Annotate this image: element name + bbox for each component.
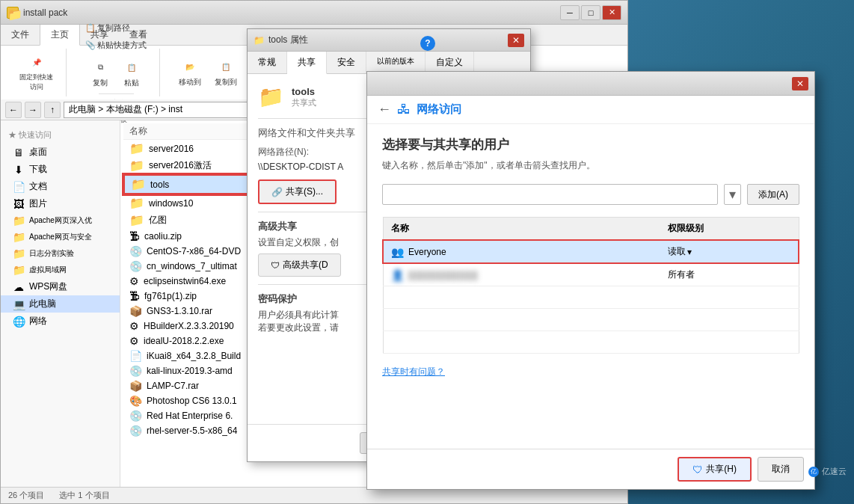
sharing-nav-title: 网络访问 [417,102,461,117]
folder-icon-apache1: 📁 [13,215,25,227]
sidebar-item-network[interactable]: 🌐 网络 [1,313,120,330]
paste-large-btn[interactable]: 📋 粘贴 [117,56,146,90]
close-button[interactable]: ✕ [602,5,621,20]
copy-large-btn[interactable]: ⧉ 复制 [86,56,114,90]
tab-security[interactable]: 安全 [327,52,366,73]
sidebar-item-pictures[interactable]: 🖼 图片 [1,195,120,212]
properties-title-left: 📁 tools 属性 [254,34,308,46]
move-to-btn[interactable]: 📂 移动到 [173,55,206,90]
sharing-input-row: ▾ 添加(A) [382,184,799,205]
table-header-row: 名称 权限级别 [383,218,799,241]
sidebar: ★ 快速访问 🖥 桌面 ⬇ 下载 📄 文档 🖼 图片 📁 Apache网页深入优 [1,120,120,487]
ribbon-group-clipboard: 📋 复制路径 📎 粘贴快捷方式 ⧉ 复制 📋 粘贴 [73,49,160,96]
address-path-text: 此电脑 > 本地磁盘 (F:) > inst [69,103,182,116]
watermark-text: 亿速云 [822,466,847,477]
sidebar-item-wps[interactable]: ☁ WPS网盘 [1,278,120,295]
ribbon-group-move: 📂 移动到 📋 复制到 [166,49,251,96]
sidebar-item-apache1[interactable]: 📁 Apache网页深入优 [1,212,120,229]
minimize-button[interactable]: ─ [560,5,580,20]
sidebar-item-apache2[interactable]: 📁 Apache网页与安全 [1,229,120,245]
permission-dropdown-arrow: ▾ [687,247,692,257]
folder-icon-win10: 📁 [129,196,144,210]
tab-general[interactable]: 常规 [248,52,287,73]
folder-icon-server2: 📁 [129,159,144,173]
forward-button[interactable]: → [25,102,41,118]
file-icon-rhel: 💿 [129,425,142,437]
permission-value: 读取 [668,245,686,258]
tab-file[interactable]: 文件 [1,25,40,45]
everyone-cell: 👥 Everyone [391,246,653,258]
copy-path-icon: 📋 [85,23,96,33]
network-icon: 🌐 [13,316,25,328]
share-issue-link[interactable]: 共享时有问题？ [382,364,799,378]
owner-cell: 👤 ████████████ [391,269,653,281]
properties-close-button[interactable]: ✕ [508,34,524,47]
thispc-icon: 💻 [13,298,25,310]
pin-icon: 📌 [28,53,46,71]
col-name-header: 名称 [383,218,660,241]
sharing-close-button[interactable]: ✕ [792,77,808,90]
owner-permission-cell: 所有者 [660,263,799,286]
file-icon-windows7: 💿 [129,260,142,272]
folder-icon-log: 📁 [13,248,25,259]
paste-shortcut-icon: 📎 [85,40,96,50]
copy-path-btn[interactable]: 📋 复制路径 [80,20,152,36]
sharing-user-input[interactable] [382,184,718,205]
sharing-titlebar: ✕ [367,72,814,96]
titlebar-controls: ─ □ ✕ [560,5,621,20]
titlebar-left: 📁 install pack [7,7,67,19]
sharing-description: 键入名称，然后单击"添加"，或者单击箭头查找用户。 [382,159,799,172]
sidebar-item-desktop[interactable]: 🖥 桌面 [1,144,120,161]
file-icon-ps: 🎨 [129,395,142,407]
adv-share-icon: 🛡 [271,260,280,271]
maximize-button[interactable]: □ [581,5,600,20]
tab-home[interactable]: 主页 [40,25,80,46]
col-permission-header: 权限级别 [660,218,799,241]
sidebar-section-quick[interactable]: ★ 快速访问 [1,126,120,144]
back-button[interactable]: ← [5,102,22,118]
documents-icon: 📄 [13,181,25,193]
sharing-users-table: 名称 权限级别 👥 Everyone 读取 ▾ [382,217,799,354]
folder-name: tools [292,86,316,97]
sidebar-item-vlan[interactable]: 📁 虚拟局域网 [1,262,120,278]
tab-sharing[interactable]: 共享 [287,52,327,74]
dropdown-arrow-icon[interactable]: ▾ [724,184,741,205]
pin-to-quick-btn[interactable]: 📌 固定到快速访问 [14,51,58,94]
sidebar-item-downloads[interactable]: ⬇ 下载 [1,161,120,178]
share-btn-shield-icon: 🛡 [692,464,703,476]
empty-row1 [383,286,799,309]
help-icon[interactable]: ? [420,36,435,51]
advanced-share-button[interactable]: 🛡 高级共享(D [258,253,341,277]
move-icon: 📂 [181,58,199,76]
sharing-dialog: ✕ ← 🖧 网络访问 选择要与其共享的用户 键入名称，然后单击"添加"，或者单击… [366,71,815,490]
copy-to-btn[interactable]: 📋 复制到 [209,55,242,90]
folder-large-icon: 📁 [258,84,284,109]
up-button[interactable]: ↑ [44,102,61,118]
sharing-body: 选择要与其共享的用户 键入名称，然后单击"添加"，或者单击箭头查找用户。 ▾ 添… [367,124,814,449]
share-problem-link[interactable]: 共享时有问题？ [382,366,445,377]
sidebar-item-documents[interactable]: 📄 文档 [1,178,120,195]
zip-icon-fg: 🗜 [129,290,140,302]
permission-dropdown[interactable]: 读取 ▾ [668,245,790,258]
empty-row2 [383,309,799,331]
tab-customize[interactable]: 自定义 [426,52,474,73]
folder-icon-vlan: 📁 [13,264,25,276]
folder-icon-apache2: 📁 [13,231,25,243]
sharing-share-button[interactable]: 🛡 共享(H) [678,457,752,482]
file-icon-redhat: 💿 [129,410,142,422]
sidebar-item-thispc[interactable]: 💻 此电脑 [1,295,120,313]
owner-row[interactable]: 👤 ████████████ 所有者 [383,263,799,286]
share-button[interactable]: 🔗 共享(S)... [258,179,337,204]
sharing-back-icon[interactable]: ← [378,102,391,117]
sharing-add-button[interactable]: 添加(A) [747,184,799,205]
paste-shortcut-btn[interactable]: 📎 粘贴快捷方式 [80,37,152,53]
pictures-icon: 🖼 [13,198,25,210]
sharing-nav: ← 🖧 网络访问 [367,96,814,124]
everyone-row[interactable]: 👥 Everyone 读取 ▾ [383,240,799,263]
exe-icon-idealu: ⚙ [129,335,139,347]
tab-previous[interactable]: 以前的版本 [366,52,426,73]
properties-title: tools 属性 [268,34,308,46]
sidebar-item-log[interactable]: 📁 日志分割实验 [1,245,120,262]
folder-icon-yitu: 📁 [129,213,144,227]
sharing-cancel-button[interactable]: 取消 [758,457,804,482]
